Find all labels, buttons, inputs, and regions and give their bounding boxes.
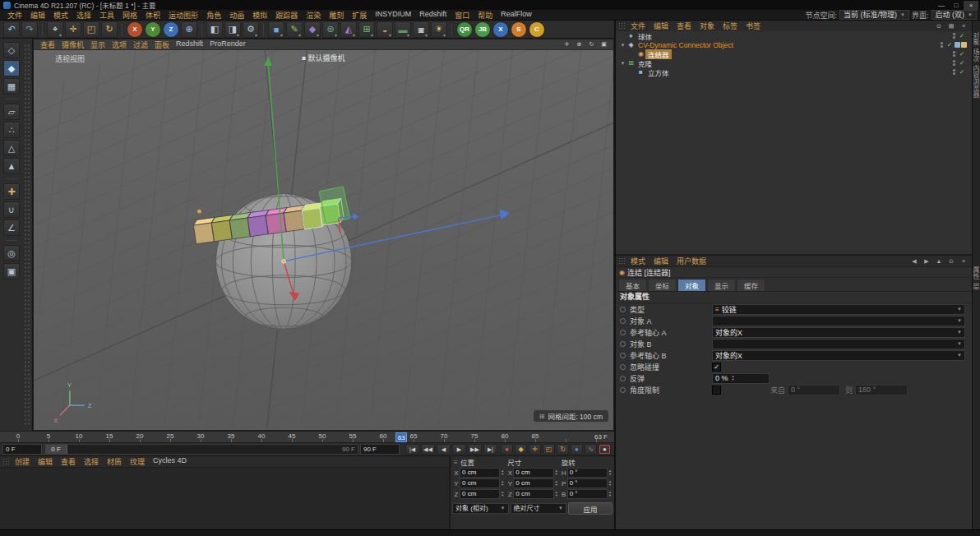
viewport-view-label[interactable]: 透视视图 [55,53,85,64]
panel-grip[interactable] [618,257,625,265]
main-menu-18[interactable]: 窗口 [451,10,474,21]
rotation-keyframe-toggle[interactable]: ↻ [557,444,569,455]
play-button[interactable]: ▶ [452,444,466,455]
from-field[interactable]: 0 ° [788,385,840,395]
am-tab-2[interactable]: 坐标 [648,279,677,291]
history-back-icon[interactable]: ◀ [909,256,919,266]
previous-frame-button[interactable]: ◀ [437,444,451,455]
spinner-icon[interactable]: ▲▼ [608,491,612,497]
view-pan-icon[interactable]: ✛ [562,40,572,49]
om-menu-4[interactable]: 对象 [696,21,719,31]
main-menu-20[interactable]: RealFlow [497,10,536,21]
coord-field-位置-X[interactable]: 0 cm [460,468,500,478]
main-menu-14[interactable]: 雕刻 [325,10,348,21]
rotate-tool-icon[interactable]: ↻ [101,21,118,38]
visibility-dots[interactable] [950,60,957,66]
primitive-cube-menu-icon[interactable]: ■▼ [268,21,284,38]
anim-dot[interactable] [620,330,626,335]
main-menu-12[interactable]: 跟踪器 [271,10,302,21]
redo-icon[interactable]: ↷ [21,21,38,38]
spinner-icon[interactable]: ▲▼ [732,375,735,381]
am-tab-5[interactable]: 缓存 [737,279,765,291]
anim-dot[interactable] [620,353,626,358]
z-axis-lock-icon[interactable]: Z [163,21,179,38]
to-field[interactable]: 180 ° [855,385,908,395]
spinner-icon[interactable]: ▲▼ [501,480,504,487]
render-picture-viewer-icon[interactable]: ◨▼ [224,21,241,38]
goto-start-button[interactable]: |◀ [405,444,419,455]
scale-tool-icon[interactable]: ◰ [83,21,99,38]
lock-workplane-icon[interactable]: ▣ [3,263,20,280]
coord-field-尺寸-Y[interactable]: 0 cm [513,478,553,488]
edges-mode-icon[interactable]: △ [3,140,20,156]
dock-tab-mid-2[interactable]: 层 [973,283,980,289]
end-frame-field[interactable]: 90 F [360,444,400,455]
coord-field-旋转-B[interactable]: 0 ° [567,489,608,499]
bounce-field[interactable]: 0 % ▲▼ [712,373,770,384]
generator-menu-icon[interactable]: ⊚▼ [322,21,339,38]
goto-end-button[interactable]: ▶| [483,444,497,455]
object-a-field[interactable]: ▼ [712,316,965,326]
maximize-button[interactable]: □ [949,1,964,10]
jb-plugin-icon[interactable]: JB [474,21,491,38]
dock-tab-top-3[interactable]: 内容浏览器 [973,65,980,98]
main-menu-1[interactable]: 文件 [3,10,26,21]
view-zoom-icon[interactable]: ⊕ [574,40,585,49]
qr-plugin-icon[interactable]: QR [456,21,473,38]
viewport-menu-4[interactable]: 选项 [109,39,130,50]
mograph-menu-icon[interactable]: ⊞▼ [358,21,375,38]
quantize-toggle-icon[interactable]: ∠ [3,219,20,236]
main-menu-8[interactable]: 运动图形 [164,10,202,21]
enable-toggle[interactable]: ✓ [957,32,967,39]
undo-icon[interactable]: ↶ [3,21,20,38]
material-menu-6[interactable]: 纹理 [126,456,149,467]
spinner-icon[interactable]: ▲▼ [608,469,612,476]
ref-axis-a-dropdown[interactable]: 对象的X ▼ [712,327,965,338]
timeline-ruler[interactable]: 63 63 F 05101520253035404550556065707580… [0,431,614,442]
cycles-plugin-icon[interactable]: C [529,21,545,38]
coord-field-尺寸-Z[interactable]: 0 cm [513,489,553,499]
object-b-field[interactable]: ▼ [712,339,965,349]
object-tags[interactable] [955,42,967,48]
anim-dot[interactable] [620,376,626,381]
angle-limit-checkbox[interactable] [712,386,721,395]
anim-dot[interactable] [620,307,626,312]
interface-dropdown[interactable]: 启动 (双)▼ [931,10,977,20]
type-dropdown[interactable]: ≡ 铰链 ▼ [712,304,965,315]
snap-toggle-icon[interactable]: ∪ [3,201,20,218]
deformer-menu-icon[interactable]: ◭▼ [340,21,357,38]
x-axis-lock-icon[interactable]: X [127,21,143,38]
am-tab-3[interactable]: 对象 [677,279,706,291]
om-menu-2[interactable]: 编辑 [649,21,673,31]
viewport-canvas[interactable]: Y Z X 透视视图 ◙ 默认摄像机 ⊞ 网格间距: 100 cm [34,50,613,430]
coordinates-menu-icon[interactable]: ≡ [454,458,458,466]
object-row-3[interactable]: ◉连结器✓ [616,49,972,58]
main-menu-2[interactable]: 编辑 [26,10,49,21]
material-menu-7[interactable]: Cycles 4D [149,456,191,467]
main-menu-10[interactable]: 动画 [225,10,248,21]
coordinate-mode-dropdown[interactable]: 对象 (相对)▼ [452,503,509,514]
om-menu-3[interactable]: 查看 [673,21,696,31]
main-menu-3[interactable]: 模式 [49,10,72,21]
viewport-menu-5[interactable]: 过滤 [130,39,151,50]
ignore-collisions-checkbox[interactable]: ✓ [712,363,721,372]
object-row-1[interactable]: ●球体✓ [616,31,972,40]
coordinate-size-dropdown[interactable]: 绝对尺寸▼ [511,503,567,514]
autokey-toggle[interactable]: ● [599,444,611,455]
dock-tab-top-2[interactable]: 场次 [973,49,980,62]
main-menu-17[interactable]: Redshift [415,10,451,21]
main-menu-6[interactable]: 网格 [118,10,141,21]
main-menu-15[interactable]: 扩展 [348,10,371,21]
anim-dot[interactable] [620,364,626,370]
main-menu-16[interactable]: INSYDIUM [371,10,415,21]
scale-keyframe-toggle[interactable]: ◰ [543,444,555,455]
parameter-keyframe-toggle[interactable]: ● [571,444,583,455]
pla-keyframe-toggle[interactable]: ∿ [585,444,597,455]
spinner-icon[interactable]: ▲▼ [501,469,504,476]
object-row-5[interactable]: ■立方体✓ [616,67,972,76]
expand-icon[interactable]: ▼ [619,43,626,48]
close-button[interactable]: × [964,1,978,10]
coord-field-尺寸-X[interactable]: 0 cm [513,468,553,478]
dock-tab-mid-1[interactable]: 属性 [973,266,980,280]
coordinate-system-icon[interactable]: ⊕ [181,21,197,38]
